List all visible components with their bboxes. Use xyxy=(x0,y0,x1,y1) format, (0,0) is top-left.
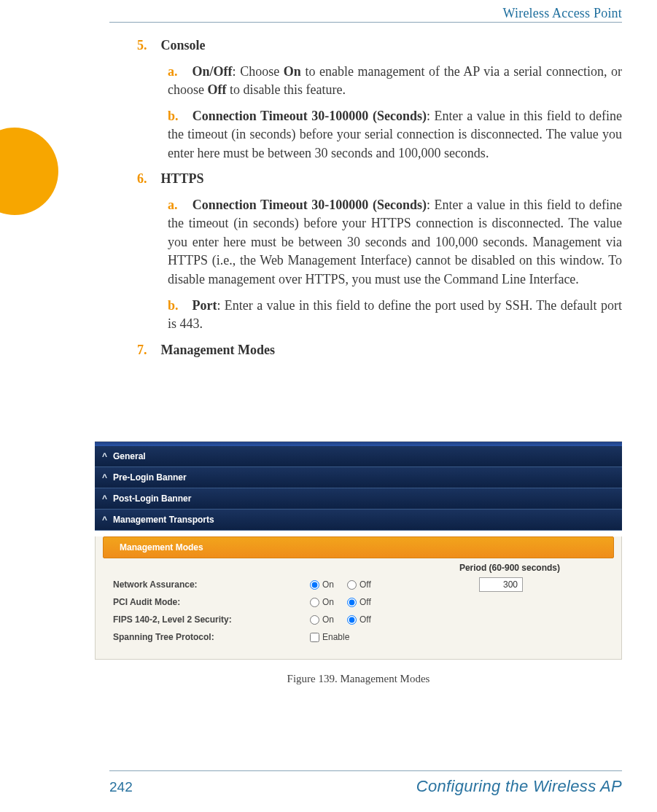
label-stp: Spanning Tree Protocol: xyxy=(113,632,310,642)
radio-network-on[interactable]: On xyxy=(310,579,334,590)
figure-top-border xyxy=(95,441,622,446)
item-6b: b. Port: Enter a value in this field to … xyxy=(168,297,622,334)
item-5b: b. Connection Timeout 30-100000 (Seconds… xyxy=(168,107,622,163)
radio-off-label: Off xyxy=(359,614,371,625)
heading-mgmt-modes: Management Modes xyxy=(161,343,275,357)
page-side-tab xyxy=(0,128,58,215)
item-5a: a. On/Off: Choose On to enable managemen… xyxy=(168,63,622,100)
radio-on-label: On xyxy=(322,614,334,625)
marker-5b: b. xyxy=(168,107,188,126)
radio-fips-off[interactable]: Off xyxy=(347,614,371,625)
label-pci-audit: PCI Audit Mode: xyxy=(113,597,310,607)
marker-7: 7. xyxy=(137,341,158,360)
radio-off-label: Off xyxy=(359,597,371,607)
marker-5: 5. xyxy=(137,36,158,55)
header-rule xyxy=(109,22,622,23)
chevron-up-icon: ^ xyxy=(102,472,107,483)
marker-6: 6. xyxy=(137,170,158,189)
row-stp: Spanning Tree Protocol: Enable xyxy=(113,628,604,646)
radio-off-label: Off xyxy=(359,579,371,590)
heading-https: HTTPS xyxy=(161,171,204,186)
page-header: Wireless Access Point xyxy=(109,6,622,21)
period-input[interactable]: 300 xyxy=(479,577,523,592)
panel-body: Management Modes Period (60-900 seconds)… xyxy=(95,536,622,660)
accordion-label-prelogin: Pre-Login Banner xyxy=(113,472,187,483)
marker-6b: b. xyxy=(168,297,188,316)
period-header: Period (60-900 seconds) xyxy=(113,563,604,573)
accordion-general[interactable]: ^ General xyxy=(95,446,622,467)
accordion-transports[interactable]: ^ Management Transports xyxy=(95,510,622,531)
footer-rule xyxy=(109,770,622,771)
radio-pci-off[interactable]: Off xyxy=(347,597,371,607)
radio-pci-off-input[interactable] xyxy=(347,598,357,607)
chevron-up-icon: ^ xyxy=(102,493,107,504)
list-item-5: 5. Console xyxy=(137,36,622,55)
body-content: 5. Console a. On/Off: Choose On to enabl… xyxy=(137,36,622,367)
radio-pci-on-input[interactable] xyxy=(310,598,319,607)
radio-network-off-input[interactable] xyxy=(347,580,357,590)
on-word: On xyxy=(284,64,301,79)
page-footer: 242 Configuring the Wireless AP xyxy=(109,777,622,796)
accordion-label-postlogin: Post-Login Banner xyxy=(113,493,191,504)
lead-6a: Connection Timeout 30-100000 (Seconds) xyxy=(193,198,427,212)
text-6b: : Enter a value in this field to define … xyxy=(168,298,622,332)
checkbox-stp-input[interactable] xyxy=(310,633,319,642)
checkbox-stp-enable[interactable]: Enable xyxy=(310,632,349,642)
radio-fips-on-input[interactable] xyxy=(310,615,319,625)
marker-5a: a. xyxy=(168,63,188,82)
heading-console: Console xyxy=(161,38,206,52)
label-fips: FIPS 140-2, Level 2 Security: xyxy=(113,614,310,625)
section-management-modes: Management Modes xyxy=(103,536,614,558)
list-item-6: 6. HTTPS xyxy=(137,170,622,189)
off-word: Off xyxy=(207,82,226,97)
page-number: 242 xyxy=(109,779,133,795)
chevron-up-icon: ^ xyxy=(102,451,107,461)
figure-139: ^ General ^ Pre-Login Banner ^ Post-Logi… xyxy=(95,441,622,685)
text-5a-3: to disable this feature. xyxy=(226,82,345,97)
row-pci-audit: PCI Audit Mode: On Off xyxy=(113,593,604,611)
radio-network-on-input[interactable] xyxy=(310,580,319,590)
item-6a: a. Connection Timeout 30-100000 (Seconds… xyxy=(168,196,622,289)
list-item-7: 7. Management Modes xyxy=(137,341,622,360)
accordion-label-transports: Management Transports xyxy=(113,515,214,525)
accordion-prelogin[interactable]: ^ Pre-Login Banner xyxy=(95,467,622,488)
section-label: Management Modes xyxy=(120,542,203,553)
radio-fips-off-input[interactable] xyxy=(347,615,357,625)
radio-pci-on[interactable]: On xyxy=(310,597,334,607)
figure-caption: Figure 139. Management Modes xyxy=(95,673,622,685)
radio-on-label: On xyxy=(322,597,334,607)
label-network-assurance: Network Assurance: xyxy=(113,579,310,590)
radio-network-off[interactable]: Off xyxy=(347,579,371,590)
form-area: Period (60-900 seconds) Network Assuranc… xyxy=(96,563,621,646)
lead-5a: On/Off xyxy=(193,64,233,79)
radio-on-label: On xyxy=(322,579,334,590)
accordion-label-general: General xyxy=(113,451,146,461)
row-fips: FIPS 140-2, Level 2 Security: On Off xyxy=(113,611,604,628)
accordion-postlogin[interactable]: ^ Post-Login Banner xyxy=(95,488,622,510)
row-network-assurance: Network Assurance: On Off 300 xyxy=(113,576,604,593)
lead-5b: Connection Timeout 30-100000 (Seconds) xyxy=(193,109,427,123)
footer-title: Configuring the Wireless AP xyxy=(416,777,622,796)
lead-6b: Port xyxy=(192,298,217,313)
text-5a-1: : Choose xyxy=(233,64,284,79)
chevron-up-icon: ^ xyxy=(102,515,107,525)
enable-label: Enable xyxy=(322,632,349,642)
radio-fips-on[interactable]: On xyxy=(310,614,334,625)
marker-6a: a. xyxy=(168,196,188,215)
